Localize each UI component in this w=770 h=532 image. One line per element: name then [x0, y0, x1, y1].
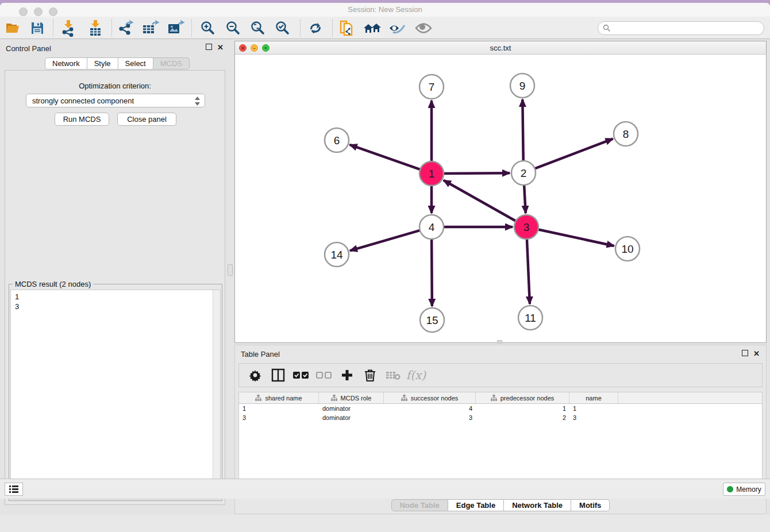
edge-3-1[interactable]: [444, 180, 517, 222]
table-cell[interactable]: 2: [476, 414, 569, 421]
column-header-name[interactable]: name: [569, 392, 618, 403]
optimization-criterion-label: Optimization criterion:: [5, 82, 225, 90]
status-bar: Memory: [0, 479, 770, 499]
table-cell[interactable]: 1: [239, 405, 319, 412]
table-settings-icon[interactable]: [245, 365, 265, 385]
tab-select[interactable]: Select: [118, 57, 153, 70]
tab-node-table[interactable]: Node Table: [391, 499, 448, 511]
table-cell[interactable]: 1: [476, 405, 569, 412]
tab-network[interactable]: Network: [45, 57, 87, 70]
column-flow-icon: [331, 395, 337, 401]
hide-selected-icon[interactable]: [387, 18, 408, 38]
control-panel-buttons: ✕: [206, 44, 224, 51]
close-table-panel-icon[interactable]: ✕: [753, 350, 760, 357]
export-table-icon[interactable]: [140, 18, 161, 38]
refresh-layout-icon[interactable]: [305, 18, 326, 38]
table-cell[interactable]: 3: [569, 414, 618, 421]
toolbar-separator: [53, 20, 53, 37]
memory-status-icon: [727, 486, 733, 492]
delete-column-icon[interactable]: [360, 365, 380, 385]
close-panel-icon[interactable]: ✕: [217, 44, 224, 51]
node-label-8: 8: [623, 128, 629, 140]
network-canvas[interactable]: 7968124314101511: [235, 55, 766, 342]
edge-4-15[interactable]: [432, 238, 432, 306]
edge-4-14[interactable]: [350, 230, 421, 250]
toolbar-separator: [300, 20, 301, 37]
import-table-icon[interactable]: [85, 18, 106, 38]
zoom-fit-icon[interactable]: [248, 18, 268, 38]
edge-2-8[interactable]: [534, 139, 613, 169]
column-layout-icon[interactable]: [268, 365, 288, 385]
memory-label: Memory: [736, 485, 761, 494]
table-cell[interactable]: 1: [569, 405, 618, 412]
edge-2-9[interactable]: [522, 99, 523, 162]
canvas-splitter-handle[interactable]: [497, 340, 502, 344]
function-builder-icon[interactable]: f(x): [406, 365, 426, 385]
status-menu-button[interactable]: [5, 483, 23, 496]
column-flow-icon: [401, 395, 407, 401]
show-all-icon[interactable]: [413, 18, 434, 38]
table-cell[interactable]: 4: [384, 405, 476, 412]
zoom-out-icon[interactable]: [223, 18, 244, 38]
column-header-shared-name[interactable]: shared name: [239, 392, 319, 403]
table-cell[interactable]: 3: [239, 414, 319, 421]
criterion-select[interactable]: strongly connected component: [26, 94, 205, 107]
add-column-icon[interactable]: [337, 365, 357, 385]
edge-3-10[interactable]: [537, 229, 614, 246]
reset-view-icon[interactable]: [362, 18, 383, 38]
table-row[interactable]: 1dominator411: [239, 404, 762, 413]
network-title: scc.txt: [235, 44, 766, 52]
criterion-value: strongly connected component: [32, 97, 134, 105]
main-toolbar: [0, 17, 770, 39]
column-header-successor-nodes[interactable]: successor nodes: [384, 392, 476, 403]
clone-network-icon[interactable]: [337, 18, 357, 38]
export-network-icon[interactable]: [116, 18, 136, 38]
delete-table-icon[interactable]: [383, 365, 403, 385]
table-cell[interactable]: dominator: [319, 405, 384, 412]
zoom-selected-icon[interactable]: [272, 18, 293, 38]
save-session-icon[interactable]: [27, 18, 48, 38]
column-header-label: name: [586, 395, 602, 402]
select-all-checkboxes-icon[interactable]: [291, 365, 311, 385]
table-row[interactable]: 3dominator323: [239, 413, 762, 422]
run-mcds-button[interactable]: Run MCDS: [55, 113, 109, 126]
search-input[interactable]: [614, 23, 764, 33]
column-header-predecessor-nodes[interactable]: predecessor nodes: [476, 392, 569, 403]
node-label-14: 14: [330, 249, 343, 261]
panel-splitter-handle[interactable]: [228, 264, 233, 276]
float-table-panel-icon[interactable]: [742, 350, 748, 356]
import-network-icon[interactable]: [58, 18, 79, 38]
result-scrollbar[interactable]: [213, 290, 220, 499]
tab-motifs[interactable]: Motifs: [571, 499, 610, 511]
network-graph[interactable]: 7968124314101511: [235, 55, 766, 342]
edge-1-6[interactable]: [350, 145, 421, 170]
column-header-label: predecessor nodes: [500, 395, 555, 402]
tab-network-table[interactable]: Network Table: [504, 499, 571, 511]
deselect-all-checkboxes-icon[interactable]: [314, 365, 334, 385]
application-window: Session: New Session: [0, 3, 770, 532]
float-panel-icon[interactable]: [206, 44, 212, 50]
search-field[interactable]: [598, 21, 764, 35]
column-header-MCDS-role[interactable]: MCDS role: [319, 392, 384, 403]
table-cell[interactable]: dominator: [319, 414, 384, 421]
node-label-1: 1: [429, 168, 435, 180]
edge-3-11[interactable]: [527, 238, 530, 304]
memory-button[interactable]: Memory: [723, 483, 765, 496]
zoom-in-icon[interactable]: [198, 18, 218, 38]
tab-style[interactable]: Style: [87, 57, 118, 70]
titlebar: Session: New Session: [0, 3, 770, 17]
tab-edge-table[interactable]: Edge Table: [448, 499, 504, 511]
open-file-icon[interactable]: [3, 18, 24, 38]
mcds-result-lines: 1 3: [11, 290, 220, 313]
tab-mcds[interactable]: MCDS: [153, 57, 190, 70]
list-icon: [9, 485, 19, 494]
table-cell[interactable]: 3: [384, 414, 476, 421]
toolbar-separator: [111, 20, 112, 37]
mcds-result-title: MCDS result (2 nodes): [13, 280, 93, 288]
mcds-result-area[interactable]: 1 3: [10, 290, 221, 499]
edge-1-2[interactable]: [442, 173, 510, 174]
close-panel-button[interactable]: Close panel: [117, 113, 176, 126]
export-image-icon[interactable]: [165, 18, 186, 38]
edge-2-3[interactable]: [524, 184, 526, 213]
network-window-titlebar[interactable]: ✕ − + scc.txt: [235, 41, 766, 55]
